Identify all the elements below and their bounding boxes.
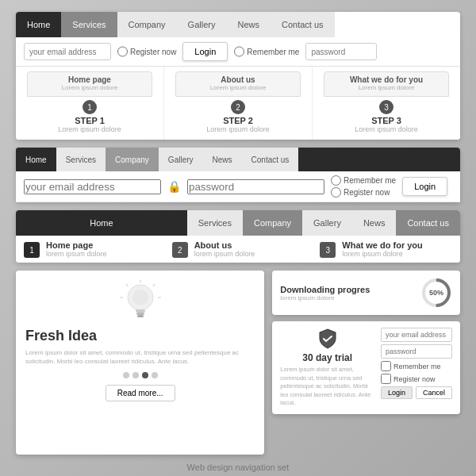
svg-rect-4 <box>137 315 144 317</box>
password-input-2[interactable] <box>187 179 324 194</box>
svg-rect-3 <box>136 313 144 315</box>
trial-text: Lorem ipsum dolor sit amet, commodo ut, … <box>280 366 374 408</box>
dot-4 <box>152 372 158 378</box>
trial-register[interactable]: Register now <box>381 374 452 384</box>
login-row-2: 🔒 Remember me Register now Login <box>16 171 460 202</box>
step-item-1: Home page Lorem ipsum dolore 1 STEP 1 Lo… <box>16 67 164 140</box>
step-num-2: 2 <box>231 100 245 114</box>
progress-circle: 50% <box>420 277 452 309</box>
step-tab-2: About us Lorem ipsum dolore <box>175 71 301 97</box>
bulb-area <box>25 280 255 324</box>
login-button-2[interactable]: Login <box>402 177 447 196</box>
remember-register-col: Remember me Register now <box>331 175 396 198</box>
nav-item-company-1[interactable]: Company <box>117 12 177 37</box>
register-radio-2[interactable]: Register now <box>331 187 396 198</box>
nav3-item-home[interactable]: Home <box>16 210 187 236</box>
step3-num-3: 3 <box>320 242 336 258</box>
svg-line-6 <box>153 284 155 286</box>
step3-content-1: Home page lorem ipsum dolore <box>46 240 107 258</box>
remember-radio-1[interactable]: Remember me <box>234 43 299 60</box>
nav-item-home-1[interactable]: Home <box>16 12 61 37</box>
trial-login-button[interactable]: Login <box>381 386 413 399</box>
nav2-item-contact[interactable]: Contact us <box>242 148 299 171</box>
right-panels: Downloading progres lorem ipsum dolore 5… <box>272 271 460 455</box>
fresh-idea-panel: Fresh Idea Lorem ipsum dolor sit amet, c… <box>16 271 264 455</box>
trial-cancel-button[interactable]: Cancel <box>416 386 452 399</box>
nav3-item-news[interactable]: News <box>352 210 397 236</box>
password-input-1[interactable] <box>305 43 377 60</box>
nav3-item-company[interactable]: Company <box>243 210 302 236</box>
step3-num-1: 1 <box>24 242 40 258</box>
trial-panel: 30 day trial Lorem ipsum dolor sit amet,… <box>272 321 460 414</box>
remember-radio-2[interactable]: Remember me <box>331 175 396 186</box>
step-num-1: 1 <box>83 100 97 114</box>
nav-block-1: Home Services Company Gallery News Conta… <box>16 12 460 140</box>
svg-rect-2 <box>136 309 145 313</box>
nav2-item-home[interactable]: Home <box>16 148 56 171</box>
step-sub-1: Lorem ipsum dolore <box>58 125 121 133</box>
nav-item-services-1[interactable]: Services <box>61 12 117 37</box>
nav2-item-news[interactable]: News <box>203 148 242 171</box>
progress-label: 50% <box>429 289 443 297</box>
steps-bar-1: Home page Lorem ipsum dolore 1 STEP 1 Lo… <box>16 66 460 140</box>
step-num-3: 3 <box>379 100 393 114</box>
login-row-1: Register now Login Remember me <box>16 37 460 66</box>
dot-2 <box>132 372 139 378</box>
nav-bar-3: Home Services Company Gallery News Conta… <box>16 210 460 236</box>
nav3-item-gallery[interactable]: Gallery <box>302 210 352 236</box>
step-tab-1: Home page Lorem ipsum dolore <box>27 71 152 97</box>
nav2-item-services[interactable]: Services <box>56 148 106 171</box>
step3-item-1: 1 Home page lorem ipsum dolore <box>16 240 164 258</box>
nav-block-3: Home Services Company Gallery News Conta… <box>16 210 460 263</box>
svg-point-1 <box>132 290 148 305</box>
step3-item-2: 2 About us lorem ipsum dolore <box>164 240 313 258</box>
nav-bar-1: Home Services Company Gallery News Conta… <box>16 12 460 37</box>
step3-content-2: About us lorem ipsum dolore <box>194 240 255 258</box>
email-input-2[interactable] <box>24 179 161 194</box>
nav2-item-company[interactable]: Company <box>106 148 159 171</box>
nav3-item-services[interactable]: Services <box>187 210 243 236</box>
shield-icon <box>317 328 339 350</box>
trial-email-input[interactable] <box>381 328 452 342</box>
trial-buttons: Login Cancel <box>381 386 452 399</box>
bulb-icon <box>117 280 164 324</box>
read-more-button[interactable]: Read more... <box>106 385 175 401</box>
trial-right: Remember me Register now Login Cancel <box>381 328 452 408</box>
nav-item-gallery-1[interactable]: Gallery <box>177 12 227 37</box>
bottom-row: Fresh Idea Lorem ipsum dolor sit amet, c… <box>16 271 460 455</box>
step3-content-3: What we do for you lorem ipsum dolore <box>342 240 422 258</box>
dots-row <box>25 372 255 378</box>
email-input-1[interactable] <box>24 43 111 60</box>
download-text: Downloading progres lorem ipsum dolore <box>280 285 414 301</box>
nav3-item-contact[interactable]: Contact us <box>396 210 460 236</box>
step-item-2: About us Lorem ipsum dolore 2 STEP 2 Lor… <box>164 67 313 140</box>
nav-bar-2: Home Services Company Gallery News Conta… <box>16 148 460 171</box>
fresh-idea-text: Lorem ipsum dolor sit amet, commodo ut, … <box>25 348 255 366</box>
nav-item-contact-1[interactable]: Contact us <box>271 12 335 37</box>
dot-3 <box>142 372 148 378</box>
nav2-item-gallery[interactable]: Gallery <box>159 148 203 171</box>
step-title-3: STEP 3 <box>371 116 401 125</box>
login-button-1[interactable]: Login <box>182 42 228 61</box>
download-panel: Downloading progres lorem ipsum dolore 5… <box>272 271 460 315</box>
trial-left: 30 day trial Lorem ipsum dolor sit amet,… <box>280 328 374 408</box>
lock-icon: 🔒 <box>167 180 181 193</box>
step-sub-2: Lorem ipsum dolore <box>206 125 270 133</box>
trial-password-input[interactable] <box>381 344 452 359</box>
step-title-1: STEP 1 <box>75 116 105 125</box>
svg-line-8 <box>126 284 128 286</box>
trial-title: 30 day trial <box>302 352 352 363</box>
step-tab-3: What we do for you Lorem ipsum dolore <box>324 71 449 97</box>
steps-bar-3: 1 Home page lorem ipsum dolore 2 About u… <box>16 236 460 263</box>
step3-num-2: 2 <box>172 242 188 258</box>
register-radio-1[interactable]: Register now <box>117 43 176 60</box>
fresh-idea-title: Fresh Idea <box>25 328 255 344</box>
step-item-3: What we do for you Lorem ipsum dolore 3 … <box>313 67 460 140</box>
step-title-2: STEP 2 <box>223 116 253 125</box>
step-sub-3: Lorem ipsum dolore <box>355 125 418 133</box>
footer-label: Web design navigation set <box>187 463 290 472</box>
nav-block-2: Home Services Company Gallery News Conta… <box>16 148 460 202</box>
trial-remember[interactable]: Remember me <box>381 361 452 371</box>
nav-item-news-1[interactable]: News <box>226 12 271 37</box>
dot-1 <box>123 372 129 378</box>
